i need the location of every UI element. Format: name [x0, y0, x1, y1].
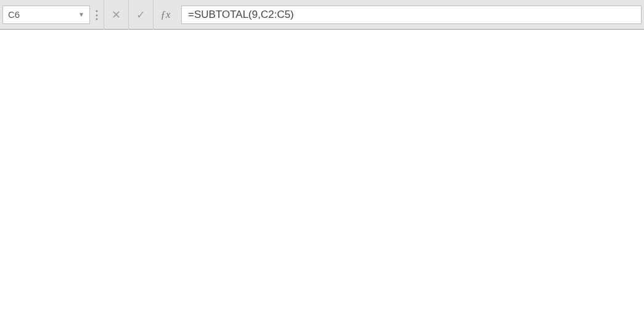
formula-text: =SUBTOTAL(9,C2:C5)	[188, 9, 294, 21]
name-box-value: C6	[8, 9, 20, 20]
expand-formula-icon[interactable]: ⋮	[90, 8, 104, 22]
formula-input[interactable]: =SUBTOTAL(9,C2:C5)	[181, 6, 642, 24]
name-box-dropdown-icon: ▼	[78, 11, 84, 18]
cancel-formula-button[interactable]: ✕	[104, 0, 128, 30]
name-box[interactable]: C6 ▼	[2, 6, 90, 24]
accept-formula-button[interactable]: ✓	[128, 0, 153, 30]
fx-button[interactable]: ƒx	[153, 0, 177, 30]
